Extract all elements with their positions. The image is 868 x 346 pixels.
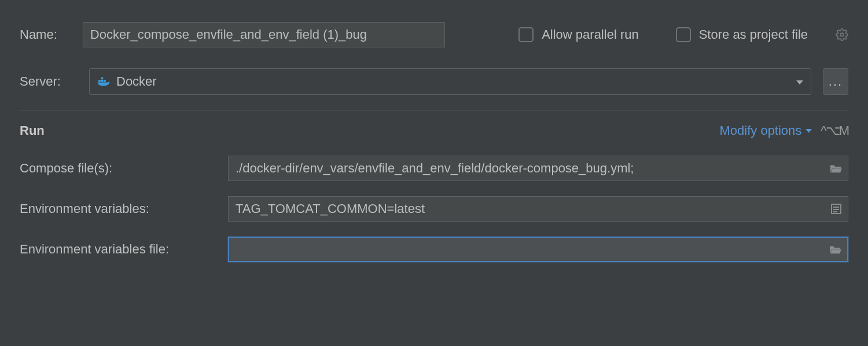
allow-parallel-label: Allow parallel run <box>542 27 639 42</box>
run-config-panel: Name: Allow parallel run Store as projec… <box>0 0 868 262</box>
gear-icon[interactable] <box>836 28 848 41</box>
env-vars-label: Environment variables: <box>20 201 228 216</box>
env-vars-row: Environment variables: TAG_TOMCAT_COMMON… <box>20 196 848 222</box>
chevron-down-icon <box>805 128 812 134</box>
compose-files-row: Compose file(s): ./docker-dir/env_vars/e… <box>20 156 848 181</box>
env-vars-file-input[interactable] <box>228 237 848 262</box>
checkbox-icon <box>518 27 534 42</box>
env-vars-file-row: Environment variables file: <box>20 237 848 262</box>
chevron-down-icon <box>796 74 804 89</box>
docker-icon <box>97 76 111 87</box>
section-divider <box>20 110 848 111</box>
server-browse-button[interactable]: ... <box>823 68 848 95</box>
store-project-label: Store as project file <box>699 27 808 42</box>
server-select[interactable]: Docker <box>89 68 811 95</box>
svg-rect-3 <box>104 80 106 82</box>
name-row: Name: Allow parallel run Store as projec… <box>20 22 848 47</box>
env-vars-input[interactable]: TAG_TOMCAT_COMMON=latest <box>228 196 848 222</box>
env-vars-file-label: Environment variables file: <box>20 242 228 257</box>
svg-rect-4 <box>101 78 104 80</box>
server-row: Server: Docker ... <box>20 68 848 95</box>
store-project-file-checkbox[interactable]: Store as project file <box>676 27 808 42</box>
modify-options-label: Modify options <box>719 123 801 138</box>
name-input[interactable] <box>83 22 445 47</box>
server-label: Server: <box>20 74 78 89</box>
svg-rect-1 <box>98 80 101 82</box>
svg-rect-2 <box>101 80 104 82</box>
compose-files-label: Compose file(s): <box>20 161 228 176</box>
name-label: Name: <box>20 27 57 42</box>
folder-open-icon[interactable] <box>829 163 842 174</box>
run-section-header: Run Modify options ^⌥M <box>20 123 848 138</box>
checkbox-icon <box>676 27 691 42</box>
ellipsis-icon: ... <box>829 74 843 89</box>
modify-options-shortcut: ^⌥M <box>821 123 848 138</box>
run-title: Run <box>20 123 45 138</box>
svg-point-0 <box>840 33 844 36</box>
folder-open-icon[interactable] <box>829 244 841 255</box>
compose-files-input[interactable]: ./docker-dir/env_vars/envfile_and_env_fi… <box>228 156 848 181</box>
server-value: Docker <box>116 74 157 89</box>
compose-files-value: ./docker-dir/env_vars/envfile_and_env_fi… <box>236 161 823 176</box>
list-icon[interactable] <box>830 203 842 215</box>
modify-options-link[interactable]: Modify options <box>719 123 812 138</box>
allow-parallel-run-checkbox[interactable]: Allow parallel run <box>518 27 639 42</box>
env-vars-value: TAG_TOMCAT_COMMON=latest <box>236 201 825 216</box>
